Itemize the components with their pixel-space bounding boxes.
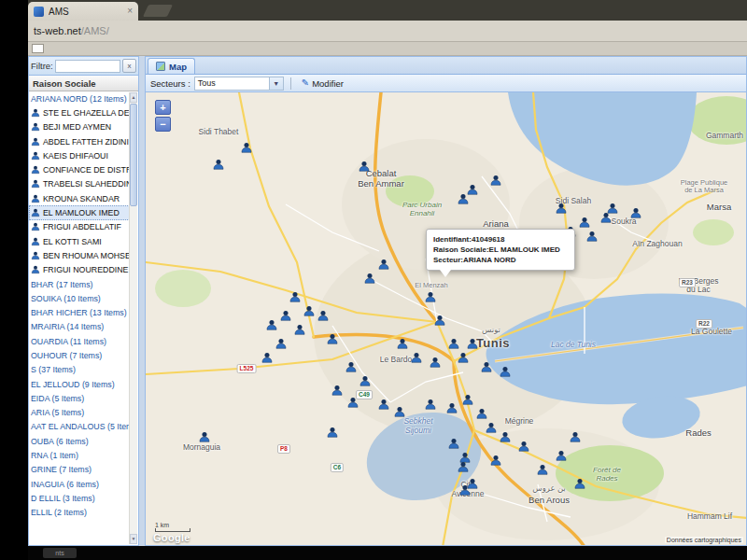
group-row[interactable]: AAT EL ANDALOUS (5 Items)	[29, 420, 130, 434]
map-marker[interactable]	[458, 192, 470, 204]
company-row[interactable]: TRABELSI SLAHEDDINE (EL HAMED	[29, 177, 130, 191]
company-row[interactable]: KROUNA SKANDAR	[29, 191, 130, 205]
group-row[interactable]: GRINE (7 Items)	[29, 463, 130, 477]
map-marker[interactable]	[411, 351, 423, 363]
map-marker[interactable]	[199, 430, 211, 442]
group-row[interactable]: ARIA (5 Items)	[29, 406, 130, 420]
map-marker[interactable]	[425, 398, 437, 410]
company-row[interactable]: EL KOTTI SAMI	[29, 234, 130, 248]
group-row[interactable]: BHAR HICHER (13 Items)	[29, 305, 130, 319]
group-row[interactable]: OUARDIA (11 Items)	[29, 334, 130, 348]
taskbar-item[interactable]: nts	[43, 548, 77, 558]
map-marker[interactable]	[317, 309, 330, 321]
map-marker[interactable]	[607, 202, 619, 214]
scroll-up-icon[interactable]: ▲	[130, 92, 137, 103]
map-marker[interactable]	[630, 206, 642, 218]
zoom-out-button[interactable]: −	[155, 117, 171, 132]
sidebar-scrollbar[interactable]: ▲ ▼	[129, 92, 137, 544]
map-marker[interactable]	[459, 483, 472, 496]
filter-clear-button[interactable]: x	[122, 59, 136, 73]
map-marker[interactable]	[331, 384, 344, 396]
scrollbar-thumb[interactable]	[130, 104, 137, 206]
zoom-in-button[interactable]: +	[155, 100, 171, 115]
map-marker[interactable]	[500, 365, 512, 377]
group-row[interactable]: S (37 Items)	[29, 363, 130, 377]
map-marker[interactable]	[537, 463, 549, 475]
group-row[interactable]: RNA (1 Item)	[29, 448, 130, 462]
browser-tab-ams[interactable]: AMS ×	[28, 2, 138, 21]
map-marker[interactable]	[500, 430, 512, 442]
map-marker[interactable]	[213, 158, 225, 170]
map-marker[interactable]	[359, 160, 371, 172]
map-marker[interactable]	[430, 356, 442, 368]
map-marker[interactable]	[327, 332, 339, 344]
modifier-button[interactable]: ✎ Modifier	[298, 78, 347, 89]
group-row[interactable]: SOUIKA (10 Items)	[29, 291, 130, 305]
map-marker[interactable]	[556, 202, 568, 214]
map-marker[interactable]	[481, 360, 493, 372]
company-row[interactable]: STE EL GHAZELLA DE DISTRIBUTIO	[29, 105, 130, 119]
group-row[interactable]: EL JELLOUD (9 Items)	[29, 377, 130, 391]
map-canvas[interactable]: + − Sidi ThabetCebalatBen AmmarParc Urba…	[146, 92, 746, 545]
map-marker[interactable]	[397, 337, 409, 349]
map-marker[interactable]	[462, 393, 474, 405]
map-marker[interactable]	[347, 396, 359, 408]
new-tab-button[interactable]	[143, 5, 173, 17]
map-marker[interactable]	[266, 318, 278, 330]
map-marker[interactable]	[570, 430, 582, 442]
column-header-raison-sociale[interactable]: Raison Sociale	[29, 76, 138, 91]
group-row[interactable]: ARIANA NORD (12 Items)	[29, 91, 130, 105]
map-marker[interactable]	[518, 440, 530, 452]
map-marker[interactable]	[327, 426, 339, 438]
map-marker[interactable]	[241, 141, 253, 153]
address-bar[interactable]: ts-web.net/AMS/	[0, 21, 747, 42]
tab-close-icon[interactable]: ×	[127, 7, 133, 16]
secteurs-combobox[interactable]: Tous ▼	[194, 77, 284, 91]
company-row[interactable]: ABDEL FATTEH ZIDINI	[29, 134, 130, 148]
group-row[interactable]: BHAR (17 Items)	[29, 277, 130, 291]
tab-map[interactable]: Map	[148, 58, 195, 74]
filter-input[interactable]	[55, 60, 120, 73]
group-row[interactable]: INAGUIA (6 Items)	[29, 477, 130, 491]
map-marker[interactable]	[345, 360, 358, 372]
company-row[interactable]: EL MAMLOUK IMED	[29, 205, 130, 219]
map-marker[interactable]	[458, 460, 470, 472]
company-row[interactable]: FRIGUI ABDELLATIF	[29, 220, 130, 234]
map-marker[interactable]	[490, 174, 502, 186]
scroll-down-icon[interactable]: ▼	[130, 534, 137, 544]
map-marker[interactable]	[490, 454, 502, 466]
bookmark-icon[interactable]	[32, 44, 44, 53]
map-marker[interactable]	[280, 309, 292, 321]
map-marker[interactable]	[394, 405, 406, 417]
map-marker[interactable]	[261, 351, 274, 363]
group-row[interactable]: D ELLIL (3 Items)	[29, 491, 130, 505]
map-marker[interactable]	[586, 230, 599, 242]
map-marker[interactable]	[294, 323, 306, 335]
map-marker[interactable]	[378, 258, 390, 270]
group-row[interactable]: EIDA (5 Items)	[29, 391, 130, 405]
map-marker[interactable]	[458, 351, 470, 363]
group-row[interactable]: OUBA (6 Items)	[29, 434, 130, 448]
map-marker[interactable]	[486, 421, 498, 433]
map-marker[interactable]	[467, 337, 479, 349]
company-row[interactable]: BEN RHOUMA MOHSEN	[29, 248, 130, 262]
company-row[interactable]: CONFIANCE DE DISTRIBUTION	[29, 162, 130, 176]
map-marker[interactable]	[359, 374, 372, 386]
map-marker[interactable]	[378, 398, 390, 410]
map-marker[interactable]	[556, 449, 568, 461]
map-marker[interactable]	[425, 290, 437, 302]
map-marker[interactable]	[476, 407, 488, 419]
map-marker[interactable]	[446, 401, 458, 413]
group-row[interactable]: MRAIRIA (14 Items)	[29, 320, 130, 334]
company-row[interactable]: BEJI MED AYMEN	[29, 120, 130, 134]
map-marker[interactable]	[434, 314, 446, 326]
map-marker[interactable]	[275, 337, 288, 349]
map-marker[interactable]	[579, 216, 591, 228]
combo-dropdown-icon[interactable]: ▼	[269, 77, 283, 90]
map-marker[interactable]	[303, 304, 316, 316]
company-row[interactable]: FRIGUI NOUREDDINE	[29, 263, 130, 277]
map-marker[interactable]	[448, 437, 460, 449]
map-marker[interactable]	[574, 477, 586, 489]
map-marker[interactable]	[289, 290, 302, 302]
group-row[interactable]: ELLIL (2 Items)	[29, 506, 130, 520]
